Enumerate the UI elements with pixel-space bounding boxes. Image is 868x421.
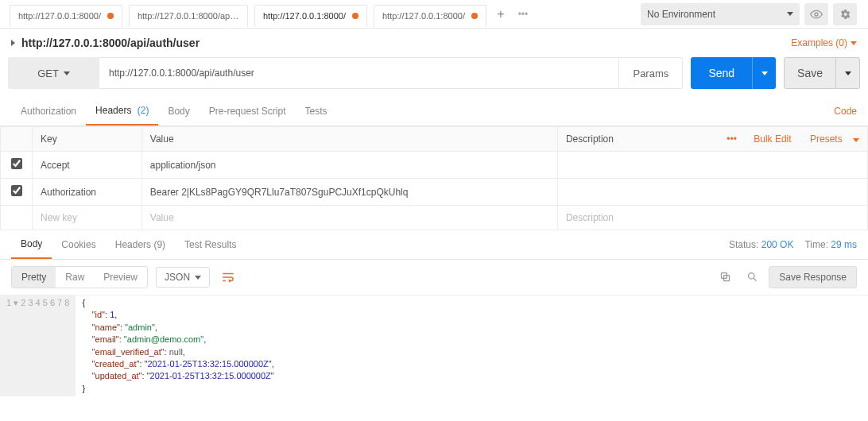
environment-label: No Environment <box>647 9 715 20</box>
response-body: 1 ▾ 2 3 4 5 6 7 8 { "id": 1, "name": "ad… <box>0 295 868 396</box>
col-check <box>1 127 33 152</box>
new-value-input[interactable]: Value <box>141 206 557 230</box>
tab-prerequest[interactable]: Pre-request Script <box>200 98 296 125</box>
line-gutter: 1 ▾ 2 3 4 5 6 7 8 <box>0 295 76 396</box>
response-json[interactable]: { "id": 1, "name": "admin", "email": "ad… <box>76 295 868 396</box>
more-tabs-icon[interactable]: ••• <box>512 3 534 25</box>
chevron-down-icon <box>845 71 851 75</box>
tab-response-body[interactable]: Body <box>11 230 52 259</box>
row-checkbox[interactable] <box>11 158 22 169</box>
new-key-input[interactable]: New key <box>33 206 142 230</box>
new-description-input[interactable]: Description <box>557 206 867 230</box>
copy-icon[interactable] <box>715 266 735 287</box>
cell-value[interactable]: Bearer 2|KLs8PagGY9QR7Llu7aT807SguPCJuXf… <box>141 179 557 206</box>
send-dropdown[interactable] <box>752 57 776 89</box>
chevron-down-icon <box>195 276 201 280</box>
tab-test-results[interactable]: Test Results <box>175 231 246 258</box>
headers-table: Key Value Description ••• Bulk Edit Pres… <box>0 126 868 230</box>
unsaved-dot-icon <box>107 13 114 19</box>
request-tabs: Authorization Headers (2) Body Pre-reque… <box>0 97 868 126</box>
row-checkbox[interactable] <box>11 185 22 196</box>
method-select[interactable]: GET <box>8 57 99 89</box>
chevron-down-icon <box>853 138 859 142</box>
tab-3[interactable]: http://127.0.0.1:8000/ <box>374 5 486 27</box>
cell-key[interactable]: Accept <box>33 152 142 179</box>
search-icon[interactable] <box>742 266 762 287</box>
save-button[interactable]: Save <box>784 57 836 89</box>
cell-description[interactable] <box>557 179 867 206</box>
tab-cookies[interactable]: Cookies <box>52 231 105 258</box>
col-key: Key <box>33 127 142 152</box>
chevron-right-icon[interactable] <box>11 40 15 46</box>
col-description: Description ••• Bulk Edit Presets <box>557 127 867 152</box>
table-row[interactable]: Authorization Bearer 2|KLs8PagGY9QR7Llu7… <box>1 179 868 206</box>
tab-tests[interactable]: Tests <box>295 98 336 125</box>
tab-authorization[interactable]: Authorization <box>11 98 86 125</box>
cell-key[interactable]: Authorization <box>33 179 142 206</box>
examples-link[interactable]: Examples (0) <box>791 37 857 48</box>
more-icon[interactable]: ••• <box>727 133 737 145</box>
url-input[interactable] <box>99 57 619 89</box>
chevron-down-icon <box>64 71 70 75</box>
tab-1[interactable]: http://127.0.0.1:8000/api/au <box>129 5 248 27</box>
bulk-edit-link[interactable]: Bulk Edit <box>754 133 791 145</box>
view-pretty[interactable]: Pretty <box>12 267 56 288</box>
time-value: 29 ms <box>831 239 857 250</box>
params-button[interactable]: Params <box>619 57 683 89</box>
chevron-down-icon <box>761 71 768 75</box>
view-mode-buttons: Pretty Raw Preview <box>11 266 148 288</box>
view-raw[interactable]: Raw <box>56 267 94 288</box>
tab-headers[interactable]: Headers (2) <box>86 97 158 126</box>
tab-0[interactable]: http://127.0.0.1:8000/ <box>10 5 122 27</box>
wrap-line-icon[interactable] <box>218 267 238 288</box>
send-button[interactable]: Send <box>691 57 752 89</box>
status-value: 200 OK <box>761 239 794 250</box>
environment-select[interactable]: No Environment <box>641 3 800 25</box>
presets-link[interactable]: Presets <box>802 133 859 145</box>
request-row: GET Params Send Save <box>0 57 868 97</box>
eye-icon[interactable] <box>804 3 828 25</box>
code-link[interactable]: Code <box>834 98 857 125</box>
cell-description[interactable] <box>557 152 867 179</box>
tab-bar: http://127.0.0.1:8000/ http://127.0.0.1:… <box>0 0 868 29</box>
chevron-down-icon <box>851 41 857 45</box>
col-value: Value <box>141 127 557 152</box>
response-tabs: Body Cookies Headers (9) Test Results St… <box>0 230 868 260</box>
chevron-down-icon <box>787 12 793 16</box>
table-row[interactable]: Accept application/json <box>1 152 868 179</box>
tab-body[interactable]: Body <box>158 98 199 125</box>
unsaved-dot-icon <box>352 13 358 19</box>
format-select[interactable]: JSON <box>156 267 210 288</box>
request-title: http://127.0.0.1:8000/api/auth/user <box>21 37 200 49</box>
cell-value[interactable]: application/json <box>141 152 557 179</box>
view-preview[interactable]: Preview <box>94 267 147 288</box>
tab-2[interactable]: http://127.0.0.1:8000/ <box>254 5 367 27</box>
request-title-row: http://127.0.0.1:8000/api/auth/user Exam… <box>0 29 868 57</box>
response-view-row: Pretty Raw Preview JSON Save Response <box>0 260 868 295</box>
table-row-new[interactable]: New key Value Description <box>1 206 868 230</box>
save-response-button[interactable]: Save Response <box>769 266 857 288</box>
unsaved-dot-icon <box>471 13 478 19</box>
time-label: Time: 29 ms <box>804 239 857 250</box>
save-dropdown[interactable] <box>836 57 860 89</box>
add-tab-button[interactable]: + <box>490 3 512 25</box>
svg-point-0 <box>815 13 818 16</box>
status-label: Status: 200 OK <box>729 239 793 250</box>
tab-response-headers[interactable]: Headers (9) <box>106 231 175 258</box>
svg-point-3 <box>748 272 754 279</box>
gear-icon[interactable] <box>833 3 857 25</box>
